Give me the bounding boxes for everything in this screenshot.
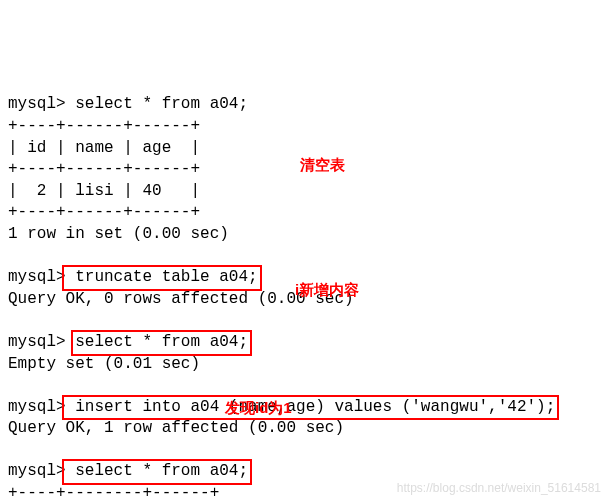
annotation-clear-table: 清空表: [300, 155, 345, 175]
table1-border-bot: +----+------+------+: [8, 203, 200, 221]
result-4: Query OK, 1 row affected (0.00 sec): [8, 419, 344, 437]
annotation-id-is-1: 发现id为1: [225, 398, 292, 418]
sql-query-1: select * from a04;: [66, 95, 248, 113]
sql-query-3: select * from a04;: [71, 330, 252, 356]
annotation-new-insert: i新增内容: [295, 280, 359, 300]
sql-query-5: select * from a04;: [62, 459, 252, 485]
result-1: 1 row in set (0.00 sec): [8, 225, 229, 243]
prompt: mysql>: [8, 268, 66, 286]
table1-row: | 2 | lisi | 40 |: [8, 182, 200, 200]
sql-query-4: insert into a04 (name,age) values ('wang…: [62, 395, 560, 421]
prompt: mysql>: [8, 398, 66, 416]
prompt: mysql>: [8, 95, 66, 113]
table1-border-mid: +----+------+------+: [8, 160, 200, 178]
watermark: https://blog.csdn.net/weixin_51614581: [397, 480, 601, 496]
table1-border-top: +----+------+------+: [8, 117, 200, 135]
prompt: mysql>: [8, 462, 66, 480]
sql-query-2: truncate table a04;: [62, 265, 262, 291]
prompt: mysql>: [8, 333, 66, 351]
table2-border-top: +----+--------+------+: [8, 484, 219, 500]
table1-header: | id | name | age |: [8, 139, 200, 157]
result-3: Empty set (0.01 sec): [8, 355, 200, 373]
